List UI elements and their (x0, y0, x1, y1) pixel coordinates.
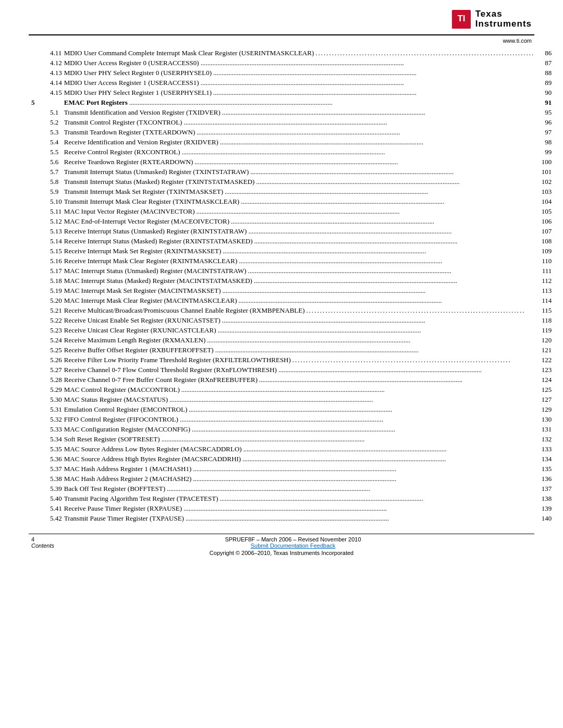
toc-row: 5.2Transmit Control Register (TXCONTROL)… (31, 117, 553, 127)
toc-dots: ........................................… (207, 336, 534, 344)
toc-title-cell: Soft Reset Register (SOFTRESET) ........… (63, 434, 553, 444)
toc-title-cell: Receive Unicast Enable Set Register (RXU… (63, 315, 553, 325)
toc-title-cell: Receive Buffer Offset Register (RXBUFFER… (63, 345, 553, 355)
top-divider (29, 34, 534, 35)
toc-title-text: Transmit Interrupt Mask Clear Register (… (64, 198, 239, 206)
toc-dots: ........................................… (201, 59, 535, 67)
toc-num: 5.29 (31, 385, 63, 394)
toc-num: 5.6 (31, 157, 63, 167)
ti-logo-icon: TI (451, 9, 471, 29)
toc-title-text: MAC Interrupt Status (Masked) Register (… (64, 277, 252, 285)
toc-dots: ........................................… (239, 297, 535, 305)
toc-title-text: Receive Interrupt Mask Clear Register (R… (64, 257, 238, 265)
toc-title-cell: Receive Identification and Version Regis… (63, 137, 553, 147)
toc-num: 5.37 (31, 464, 63, 474)
toc-row: 5.21Receive Multicast/Broadcast/Promiscu… (31, 305, 553, 315)
toc-title-cell: Transmit Interrupt Status (Masked) Regis… (63, 177, 553, 187)
toc-dots: ........................................… (197, 128, 534, 137)
toc-title-text: MDIO User PHY Select Register 0 (USERPHY… (64, 69, 212, 77)
toc-page-num: 130 (536, 415, 552, 424)
footer-revised: Revised November 2010 (298, 536, 361, 542)
toc-dots: ........................................… (259, 376, 534, 384)
toc-num: 4.12 (31, 58, 63, 68)
toc-title-text: Receive Pause Timer Register (RXPAUSE) (64, 504, 182, 513)
footer-center: SPRUEF8F – March 2006 – Revised November… (225, 536, 361, 549)
footer-page-num: 4 (31, 536, 54, 542)
toc-title-cell: Receive Unicast Clear Register (RXUNICAS… (63, 325, 553, 335)
toc-title-cell: MAC Interrupt Status (Masked) Register (… (63, 276, 553, 286)
toc-num: 5.22 (31, 315, 63, 325)
toc-title-cell: MAC Interrupt Status (Unmasked) Register… (63, 266, 553, 276)
toc-row: 5.12MAC End-of-Interrupt Vector Register… (31, 216, 553, 226)
toc-title-cell: Receive Interrupt Status (Unmasked) Regi… (63, 226, 553, 236)
toc-title-cell: Transmit Interrupt Status (Unmasked) Reg… (63, 167, 553, 177)
toc-title-text: Receive Interrupt Mask Set Register (RXI… (64, 247, 221, 255)
toc-row: 5.18MAC Interrupt Status (Masked) Regist… (31, 276, 553, 286)
toc-title-cell: Receive Filter Low Priority Frame Thresh… (63, 355, 553, 365)
toc-num: 5.27 (31, 365, 63, 375)
toc-dots: ........................................… (239, 257, 534, 265)
toc-page-num: 87 (536, 59, 552, 67)
footer-left: 4 Contents (31, 536, 54, 549)
toc-page-num: 127 (536, 396, 552, 404)
toc-num: 5.10 (31, 196, 63, 206)
toc-row: 5.13Receive Interrupt Status (Unmasked) … (31, 226, 553, 236)
toc-title-cell: MDIO User Command Complete Interrupt Mas… (63, 48, 553, 58)
toc-row: 5.39Back Off Test Register (BOFFTEST) ..… (31, 484, 553, 493)
toc-row: 5.11MAC Input Vector Register (MACINVECT… (31, 206, 553, 216)
toc-title-text: Receive Maximum Length Register (RXMAXLE… (64, 336, 206, 344)
toc-num: 5.41 (31, 503, 63, 513)
toc-row: 5.33MAC Configuration Register (MACCONFI… (31, 424, 553, 434)
toc-page-num: 90 (536, 89, 552, 97)
toc-page-num: 135 (536, 465, 552, 473)
toc-dots: ........................................… (193, 465, 534, 473)
toc-title-cell: Receive Interrupt Mask Clear Register (R… (63, 256, 553, 266)
toc-num: 5.23 (31, 325, 63, 335)
toc-title-text: Transmit Identification and Version Regi… (64, 108, 221, 117)
toc-row: 5.4Receive Identification and Version Re… (31, 137, 553, 147)
toc-title-cell: Transmit Teardown Register (TXTEARDOWN) … (63, 127, 553, 137)
toc-page-num: 106 (536, 217, 552, 226)
svg-text:TI: TI (457, 14, 465, 23)
toc-dots: ........................................… (223, 287, 535, 295)
toc-dots: ........................................… (213, 69, 534, 77)
toc-row: 4.11MDIO User Command Complete Interrupt… (31, 48, 553, 58)
toc-dots: ........................................… (182, 148, 535, 156)
toc-num: 5.1 (31, 107, 63, 117)
toc-num: 5.24 (31, 335, 63, 345)
toc-num: 5.16 (31, 256, 63, 266)
toc-page-num: 118 (536, 316, 552, 325)
toc-dots: ........................................… (222, 316, 534, 325)
toc-title-text: Receive Unicast Clear Register (RXUNICAS… (64, 326, 216, 335)
toc-title-text: Receive Channel 0-7 Flow Control Thresho… (64, 366, 277, 374)
toc-title-cell: MDIO User Access Register 0 (USERACCESS0… (63, 58, 553, 68)
toc-title-cell: EMAC Port Registers ....................… (63, 97, 553, 107)
toc-num: 5.34 (31, 434, 63, 444)
toc-title-text: Receive Multicast/Broadcast/Promiscuous … (64, 306, 305, 315)
toc-row: 5.14Receive Interrupt Status (Masked) Re… (31, 236, 553, 246)
toc-dots: ........................................… (315, 49, 534, 57)
toc-title-text: MAC Configuration Register (MACCONFIG) (64, 425, 190, 434)
toc-num: 5.35 (31, 444, 63, 454)
toc-row: 5.32FIFO Control Register (FIFOCONTROL) … (31, 414, 553, 424)
toc-row: 5.8Transmit Interrupt Status (Masked) Re… (31, 177, 553, 187)
toc-page-num: 132 (536, 435, 552, 443)
toc-page-num: 133 (536, 445, 552, 453)
toc-num: 5.15 (31, 246, 63, 256)
submit-feedback-link[interactable]: Submit Documentation Feedback (251, 542, 336, 549)
toc-page-num: 88 (536, 69, 552, 77)
toc-page-num: 107 (536, 227, 552, 236)
toc-page-num: 115 (536, 306, 552, 315)
toc-dots: ........................................… (169, 396, 534, 404)
toc-page-num: 100 (536, 158, 552, 166)
toc-num: 5.14 (31, 236, 63, 246)
toc-dots: ........................................… (222, 108, 534, 117)
toc-num: 5.18 (31, 276, 63, 286)
toc-page-num: 140 (536, 514, 552, 523)
toc-page-num: 89 (536, 79, 552, 87)
toc-title-text: MAC Input Vector Register (MACINVECTOR) (64, 207, 195, 216)
toc-num: 5.26 (31, 355, 63, 365)
footer: 4 Contents SPRUEF8F – March 2006 – Revis… (0, 536, 563, 549)
toc-num: 5.30 (31, 394, 63, 404)
toc-dots: ........................................… (278, 366, 534, 374)
